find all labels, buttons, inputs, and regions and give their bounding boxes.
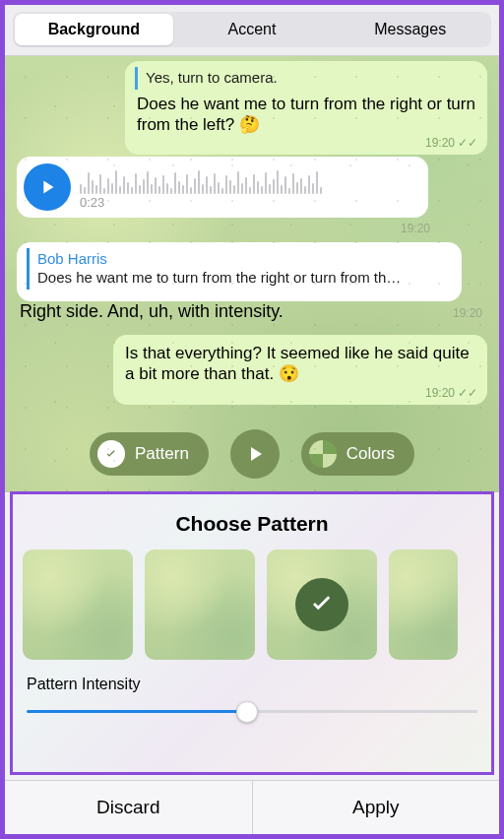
colors-pill-button[interactable]: Colors [301,432,414,476]
timestamp: 19:20✓✓ [425,386,477,401]
read-ticks-icon: ✓✓ [458,386,477,401]
segmented-control: Background Accent Messages [13,12,491,47]
play-icon [243,442,267,466]
message-voice: 0:23 [17,157,428,218]
check-circle-icon [97,440,125,468]
reply-snippet: Yes, turn to camera. [135,67,475,90]
timestamp: 19:20 [453,306,482,320]
pattern-pill-button[interactable]: Pattern [90,432,209,476]
pill-label: Colors [346,444,395,464]
selected-check-icon [295,578,348,631]
voice-duration: 0:23 [80,195,104,211]
play-button[interactable] [24,163,71,211]
message-plain: Right side. And, uh, with intensity. 19:… [20,301,482,322]
reply-text: Yes, turn to camera. [146,69,278,86]
top-segmented-bar: Background Accent Messages [5,5,499,56]
pill-label: Pattern [135,444,189,464]
pattern-thumbnail[interactable] [23,549,133,660]
message-outgoing-1: Yes, turn to camera. Does he want me to … [125,61,487,155]
panel-title: Choose Pattern [13,494,491,549]
forward-snippet: Bob Harris Does he want me to turn from … [27,248,450,290]
pattern-thumbnail[interactable] [145,549,255,660]
preview-play-button[interactable] [230,429,280,479]
tab-accent[interactable]: Accent [173,14,332,45]
message-text: Is that everything? It seemed like he sa… [125,344,470,383]
waveform[interactable] [80,168,322,194]
forward-sender-name: Bob Harris [37,250,450,269]
message-incoming-forward: Bob Harris Does he want me to turn from … [17,242,462,301]
wallpaper-controls-row: Pattern Colors [5,429,499,479]
discard-button[interactable]: Discard [5,781,252,834]
intensity-slider[interactable] [27,701,477,721]
message-text: Right side. And, uh, with intensity. [20,301,284,322]
read-ticks-icon: ✓✓ [458,136,477,151]
tab-messages[interactable]: Messages [331,14,489,45]
forward-text: Does he want me to turn from the right o… [37,269,450,288]
pattern-thumbnail-row [13,549,491,660]
tab-background[interactable]: Background [15,14,173,45]
play-icon [36,176,58,198]
timestamp: 19:20 [401,222,430,235]
pattern-thumbnail[interactable] [389,549,458,660]
pattern-thumbnail-selected[interactable] [267,549,377,660]
pattern-intensity-section: Pattern Intensity [13,660,491,721]
choose-pattern-panel: Choose Pattern Pattern Intensity [10,491,494,775]
chat-preview: Yes, turn to camera. Does he want me to … [5,56,499,492]
bottom-action-bar: Discard Apply [5,780,499,834]
intensity-label: Pattern Intensity [27,676,477,693]
message-text: Does he want me to turn from the right o… [137,95,475,134]
message-outgoing-2: Is that everything? It seemed like he sa… [113,335,487,405]
colors-icon [309,440,337,468]
apply-button[interactable]: Apply [252,781,500,834]
slider-knob[interactable] [236,701,258,723]
timestamp: 19:20✓✓ [425,136,477,151]
